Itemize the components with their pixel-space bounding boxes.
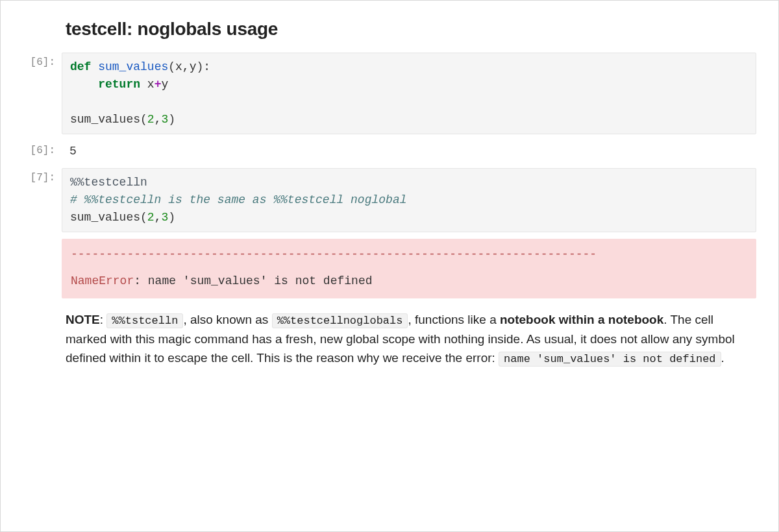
note-text: . (721, 351, 724, 365)
cell-body: %%testcelln # %%testcelln is the same as… (62, 168, 756, 298)
section-heading: testcell: noglobals usage (66, 19, 756, 40)
code-text: sum_values( (70, 211, 147, 224)
error-message: NameError: name 'sum_values' is not defi… (71, 272, 747, 291)
execution-prompt: [6]: (23, 141, 62, 156)
code-text: sum_values( (70, 113, 147, 126)
cell-body: def sum_values(x,y): return x+y sum_valu… (62, 53, 756, 134)
code-text: (x,y): (168, 60, 210, 73)
error-separator: ----------------------------------------… (71, 245, 747, 264)
input-cell: [6]: def sum_values(x,y): return x+y sum… (23, 53, 756, 134)
note-text: , functions like a (408, 313, 500, 326)
number-literal: 3 (161, 211, 168, 224)
code-text: ) (168, 113, 175, 126)
code-text: , (155, 211, 162, 224)
output-value: 5 (62, 141, 756, 162)
execution-prompt: [7]: (23, 168, 62, 184)
number-literal: 2 (147, 211, 155, 224)
code-indent (70, 78, 98, 91)
code-editor[interactable]: %%testcelln # %%testcelln is the same as… (62, 168, 756, 232)
note-bold: notebook within a notebook (500, 313, 663, 326)
function-name: sum_values (98, 60, 168, 73)
number-literal: 2 (147, 113, 155, 126)
error-output: ----------------------------------------… (62, 239, 756, 298)
note-label: NOTE (66, 313, 100, 326)
input-cell: [7]: %%testcelln # %%testcelln is the sa… (23, 168, 756, 298)
notebook-page: testcell: noglobals usage [6]: def sum_v… (0, 0, 779, 532)
keyword-def: def (70, 60, 91, 73)
keyword-return: return (98, 78, 140, 91)
inline-code: %%testcellnoglobals (272, 313, 408, 328)
cell-body: 5 (62, 141, 756, 162)
code-text: y (161, 78, 168, 91)
markdown-note: NOTE: %%tstcelln, also known as %%testce… (66, 310, 756, 369)
code-editor[interactable]: def sum_values(x,y): return x+y sum_valu… (62, 53, 756, 134)
code-text: , (155, 113, 162, 126)
output-cell: [6]: 5 (23, 141, 756, 162)
code-text: ) (168, 211, 175, 224)
inline-code: %%tstcelln (106, 313, 183, 328)
code-comment: # %%testcelln is the same as %%testcell … (70, 193, 406, 206)
code-text: x (140, 78, 155, 91)
operator-plus: + (155, 78, 162, 91)
error-type: NameError (71, 274, 134, 287)
error-detail: : name 'sum_values' is not defined (134, 274, 372, 287)
note-text: , also known as (183, 313, 271, 326)
inline-code: name 'sum_values' is not defined (499, 352, 721, 367)
execution-prompt: [6]: (23, 53, 62, 68)
cell-magic: %%testcelln (70, 176, 147, 189)
number-literal: 3 (161, 113, 168, 126)
